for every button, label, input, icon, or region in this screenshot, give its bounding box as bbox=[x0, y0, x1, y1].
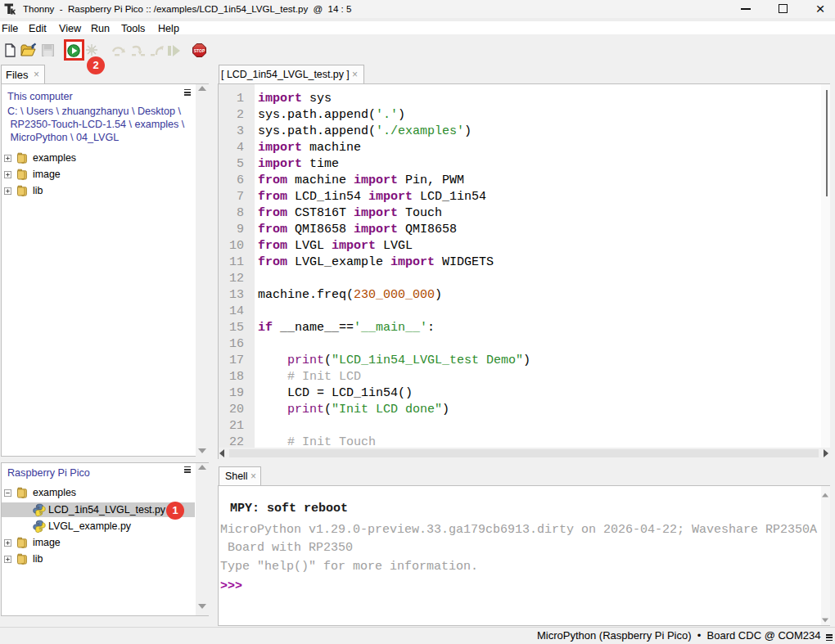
svg-text:STOP: STOP bbox=[194, 48, 205, 53]
